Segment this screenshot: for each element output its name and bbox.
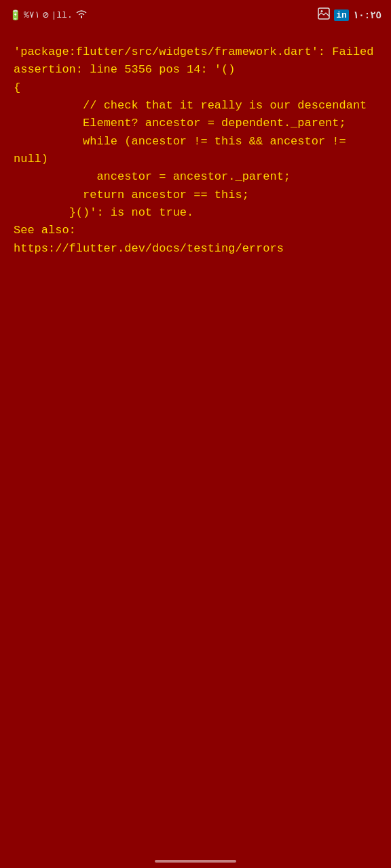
error-content: 'package:flutter/src/widgets/framework.d… <box>0 30 391 271</box>
svg-point-1 <box>321 10 323 12</box>
battery-icon: 🔋 <box>10 9 21 21</box>
signal-icon: |ll. <box>52 10 73 20</box>
alarm-icon: ⊘ <box>42 9 48 22</box>
linkedin-icon: in <box>334 9 349 21</box>
wifi-icon <box>75 9 88 22</box>
status-time: ١٠:٢٥ <box>353 9 381 21</box>
home-indicator <box>155 860 236 863</box>
status-bar: 🔋 %۷۱ ⊘ |ll. in ١٠:٢٥ <box>0 0 391 30</box>
status-left: 🔋 %۷۱ ⊘ |ll. <box>10 9 88 22</box>
status-right: in ١٠:٢٥ <box>318 7 381 22</box>
battery-percent: %۷۱ <box>24 9 39 20</box>
gallery-icon <box>318 7 330 22</box>
